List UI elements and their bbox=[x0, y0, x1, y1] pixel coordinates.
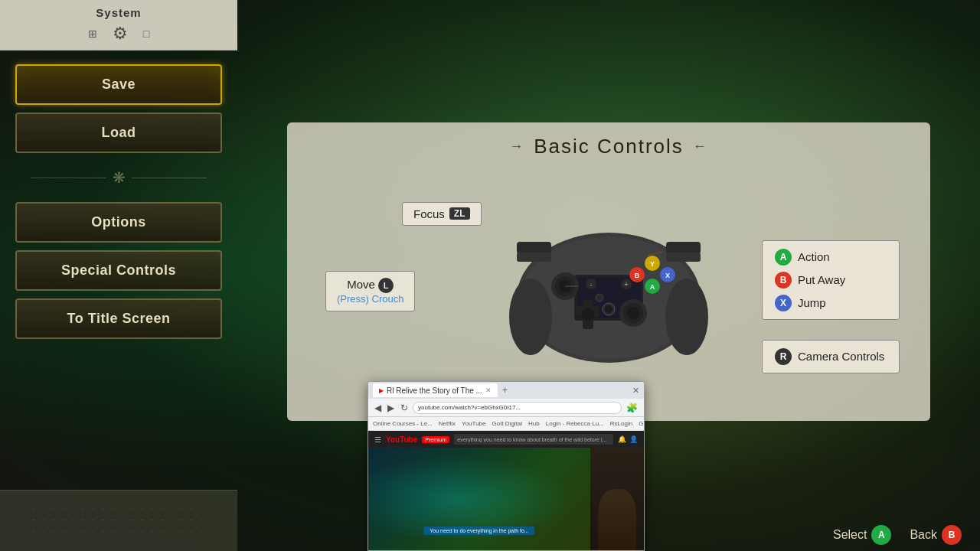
bookmark-courses[interactable]: Online Courses - Le... bbox=[373, 420, 433, 427]
bookmark-hub[interactable]: Hub bbox=[528, 420, 540, 427]
right-arrow-decoration: ← bbox=[693, 139, 708, 155]
x-button-indicator: X bbox=[775, 295, 792, 311]
menu-buttons: Save Load ❋ Options Special Controls To … bbox=[0, 51, 237, 339]
panel-title: → Basic Controls ← bbox=[287, 122, 930, 166]
options-button[interactable]: Options bbox=[15, 202, 222, 243]
move-text: Move L bbox=[337, 278, 403, 293]
crouch-text: (Press) Crouch bbox=[337, 293, 403, 305]
forward-nav-button[interactable]: ▶ bbox=[386, 403, 396, 413]
yt-icon-1[interactable]: 🔔 bbox=[618, 435, 626, 443]
special-controls-button[interactable]: Special Controls bbox=[15, 250, 222, 291]
svg-text:+: + bbox=[624, 280, 629, 289]
wave-pattern: ~ ~ ~ ~ ~ ~ ~ ~ ~ ~ ~ ~ ~ ~ ~ ~ ~ ~ ~ ~ … bbox=[32, 504, 206, 537]
svg-text:-: - bbox=[590, 280, 592, 289]
svg-point-15 bbox=[627, 307, 639, 319]
face-silhouette bbox=[598, 489, 636, 550]
bookmark-youtube[interactable]: YouTube bbox=[462, 420, 485, 427]
new-tab-button[interactable]: + bbox=[502, 385, 508, 396]
video-area: You need to do everything in the path fo… bbox=[368, 448, 644, 550]
yt-search-bar[interactable]: everything you need to know about breath… bbox=[454, 434, 613, 445]
bookmark-login[interactable]: Login - Rebecca Lu... bbox=[546, 420, 604, 427]
svg-rect-9 bbox=[666, 253, 701, 262]
refresh-button[interactable]: ↻ bbox=[399, 403, 410, 413]
system-header: System ⊞ ⚙ □ bbox=[0, 0, 237, 51]
bookmark-goit[interactable]: GoIt Digital bbox=[492, 420, 522, 427]
yt-icon-2[interactable]: 👤 bbox=[629, 435, 638, 443]
grid-icon: ⊞ bbox=[88, 28, 97, 40]
bookmark-netflix[interactable]: Netflix bbox=[439, 420, 456, 427]
tab-title: Rl Relive the Story of The ... bbox=[387, 386, 482, 395]
browser-tab[interactable]: ▶ Rl Relive the Story of The ... ✕ bbox=[373, 383, 498, 397]
a-button-indicator: A bbox=[775, 249, 792, 266]
back-action: Back B bbox=[910, 525, 962, 545]
camera-controls-label: Camera Controls bbox=[798, 350, 884, 363]
svg-text:A: A bbox=[650, 283, 655, 291]
action-labels-box: A Action B Put Away X Jump bbox=[762, 240, 900, 320]
b-button-indicator: B bbox=[775, 272, 792, 289]
extensions-button[interactable]: 🧩 bbox=[625, 403, 639, 413]
crest-icon: ❋ bbox=[113, 168, 126, 187]
premium-badge: Premium bbox=[422, 436, 449, 443]
back-label: Back bbox=[910, 528, 937, 542]
action-item-a: A Action bbox=[775, 249, 887, 266]
divider-left bbox=[31, 178, 106, 178]
action-item-x: X Jump bbox=[775, 295, 887, 311]
bookmark-rslogin[interactable]: RsLogin bbox=[610, 420, 632, 427]
square-icon: □ bbox=[143, 28, 149, 40]
sidebar: System ⊞ ⚙ □ Save Load ❋ Options Special… bbox=[0, 0, 237, 551]
svg-point-33 bbox=[596, 294, 603, 302]
system-title: System bbox=[0, 6, 237, 19]
tab-close-button[interactable]: ✕ bbox=[485, 386, 492, 394]
tab-favicon: ▶ bbox=[379, 387, 384, 394]
youtube-header: ☰ YouTube Premium everything you need to… bbox=[368, 431, 644, 448]
svg-point-18 bbox=[582, 308, 594, 321]
svg-rect-7 bbox=[666, 242, 701, 254]
system-icons-row: ⊞ ⚙ □ bbox=[0, 19, 237, 47]
title-screen-button[interactable]: To Title Screen bbox=[15, 298, 222, 339]
svg-text:B: B bbox=[635, 272, 640, 279]
load-button[interactable]: Load bbox=[15, 112, 222, 153]
streamer-face bbox=[590, 448, 644, 550]
bookmark-goals[interactable]: GoalsCourse bbox=[639, 420, 644, 427]
yt-action-icons: 🔔 👤 bbox=[618, 435, 638, 443]
yt-menu-icon[interactable]: ☰ bbox=[374, 435, 381, 444]
video-subtitle: You need to do everything in the path fo… bbox=[423, 527, 534, 535]
youtube-logo: YouTube bbox=[386, 435, 417, 444]
action-label: Action bbox=[798, 250, 830, 263]
jump-label: Jump bbox=[798, 296, 826, 309]
back-button: B bbox=[942, 525, 962, 545]
browser-titlebar: ▶ Rl Relive the Story of The ... ✕ + ✕ bbox=[368, 382, 644, 399]
focus-text: Focus bbox=[413, 207, 445, 220]
gear-icon[interactable]: ⚙ bbox=[113, 24, 128, 44]
webcam-overlay bbox=[590, 448, 644, 550]
ls-badge: L bbox=[378, 278, 394, 293]
camera-item: R Camera Controls bbox=[775, 348, 887, 365]
bottom-bar: Select A Back B bbox=[750, 519, 980, 551]
put-away-label: Put Away bbox=[798, 273, 845, 286]
svg-rect-6 bbox=[517, 242, 551, 254]
back-nav-button[interactable]: ◀ bbox=[373, 403, 383, 413]
save-button[interactable]: Save bbox=[15, 64, 222, 105]
controller-svg: A B X Y + - bbox=[509, 210, 708, 378]
divider-right bbox=[132, 178, 207, 178]
focus-label: Focus ZL bbox=[402, 202, 482, 226]
select-label: Select bbox=[833, 528, 867, 542]
move-label: Move L (Press) Crouch bbox=[325, 271, 415, 311]
video-main[interactable]: You need to do everything in the path fo… bbox=[368, 448, 590, 550]
camera-controls-box: R Camera Controls bbox=[762, 340, 900, 373]
left-arrow-decoration: → bbox=[509, 139, 524, 155]
browser-overlay[interactable]: ▶ Rl Relive the Story of The ... ✕ + ✕ ◀… bbox=[368, 381, 645, 551]
action-item-b: B Put Away bbox=[775, 272, 887, 289]
sidebar-bottom-decoration: ~ ~ ~ ~ ~ ~ ~ ~ ~ ~ ~ ~ ~ ~ ~ ~ ~ ~ ~ ~ … bbox=[0, 490, 237, 551]
crest-divider: ❋ bbox=[15, 161, 222, 194]
bookmarks-bar: Online Courses - Le... Netflix YouTube G… bbox=[368, 417, 644, 431]
select-button: A bbox=[871, 525, 891, 545]
browser-close-button[interactable]: ✕ bbox=[632, 386, 639, 396]
zl-badge: ZL bbox=[449, 207, 470, 220]
svg-point-2 bbox=[509, 279, 552, 355]
url-bar[interactable]: youtube.com/watch?v=ebGhxG0I17... bbox=[413, 402, 622, 414]
svg-point-32 bbox=[605, 305, 612, 313]
controller-area: Focus ZL Move L (Press) Crouch bbox=[494, 194, 724, 393]
svg-text:Y: Y bbox=[650, 260, 655, 268]
select-action: Select A bbox=[833, 525, 891, 545]
